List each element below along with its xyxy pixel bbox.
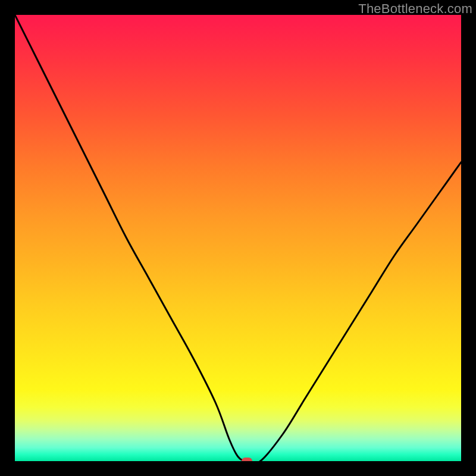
chart-frame: TheBottleneck.com bbox=[0, 0, 476, 476]
bottleneck-curve-path bbox=[15, 15, 461, 461]
minimum-marker bbox=[242, 458, 252, 461]
curve-svg bbox=[15, 15, 461, 461]
plot-area bbox=[15, 15, 461, 461]
